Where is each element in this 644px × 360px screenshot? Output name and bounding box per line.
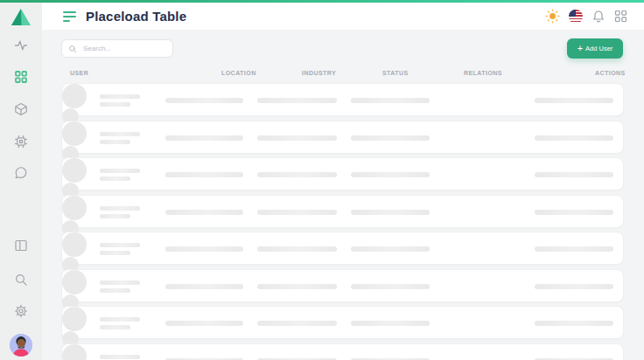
- table-row: [61, 232, 624, 265]
- language-selector-button[interactable]: [568, 9, 583, 24]
- theme-toggle-button[interactable]: [545, 9, 560, 24]
- search-icon: [68, 45, 77, 53]
- apps-grid-icon: [614, 10, 627, 23]
- industry-placeholder: [257, 284, 337, 289]
- triangle-logo-icon: [10, 7, 32, 28]
- location-placeholder: [165, 135, 243, 141]
- name-placeholder: [100, 243, 140, 247]
- top-navbar: Placeload Table: [42, 3, 644, 30]
- column-header-relations: RELATIONS: [464, 70, 502, 76]
- name-placeholder: [100, 132, 140, 136]
- sidebar-item-dashboard[interactable]: [14, 70, 28, 84]
- status-placeholder: [351, 246, 430, 252]
- status-placeholder: [351, 284, 430, 289]
- avatar-placeholder: [62, 121, 87, 146]
- status-placeholder: [351, 321, 430, 326]
- name-placeholder: [100, 94, 140, 99]
- dashboard-grid-icon: [14, 70, 28, 84]
- table-row: [61, 195, 624, 228]
- name-placeholder: [100, 355, 140, 359]
- table-row: [61, 157, 624, 190]
- subtitle-placeholder: [100, 251, 130, 255]
- location-placeholder: [165, 321, 243, 326]
- column-header-user: USER: [70, 70, 88, 76]
- actions-placeholder: [535, 321, 613, 326]
- chat-icon: [14, 166, 28, 180]
- avatar-placeholder: [62, 344, 87, 360]
- sidebar-item-components[interactable]: [14, 102, 28, 116]
- location-placeholder: [165, 98, 243, 103]
- location-placeholder: [165, 210, 243, 215]
- sidebar-item-messages[interactable]: [14, 166, 28, 180]
- menu-toggle-icon[interactable]: [63, 11, 76, 22]
- actions-placeholder: [535, 284, 613, 289]
- industry-placeholder: [257, 210, 337, 215]
- subtitle-placeholder: [100, 288, 130, 293]
- table-row: [61, 306, 624, 339]
- location-placeholder: [165, 284, 243, 289]
- actions-placeholder: [535, 246, 613, 252]
- industry-placeholder: [257, 98, 337, 103]
- industry-placeholder: [257, 172, 337, 177]
- table-row: [61, 343, 624, 360]
- avatar-placeholder: [62, 307, 87, 331]
- table-row: [61, 83, 624, 116]
- user-avatar[interactable]: [10, 334, 32, 357]
- search-icon: [14, 273, 28, 287]
- location-placeholder: [165, 246, 243, 252]
- layout-columns-icon: [14, 239, 28, 253]
- content-area: + Add User USER LOCATION INDUSTRY STATUS…: [42, 30, 644, 360]
- chip-icon: [14, 135, 28, 149]
- avatar-placeholder: [62, 270, 87, 294]
- actions-placeholder: [535, 172, 613, 177]
- search-box: [61, 39, 173, 58]
- bell-icon: [592, 10, 606, 24]
- avatar-placeholder: [62, 158, 87, 183]
- actions-placeholder: [535, 98, 613, 103]
- settings-gear-icon: [14, 304, 28, 318]
- sidebar-item-layout[interactable]: [14, 239, 28, 253]
- subtitle-placeholder: [100, 177, 130, 181]
- sidebar-item-search[interactable]: [14, 273, 28, 287]
- column-header-status: STATUS: [382, 70, 409, 76]
- app-logo[interactable]: [10, 7, 32, 28]
- table-body: [61, 83, 624, 360]
- avatar-placeholder: [62, 84, 87, 108]
- name-placeholder: [100, 169, 140, 173]
- subtitle-placeholder: [100, 325, 130, 329]
- industry-placeholder: [257, 135, 337, 141]
- sidebar-item-settings[interactable]: [14, 304, 28, 318]
- apps-menu-button[interactable]: [613, 9, 628, 24]
- sidebar-item-integrations[interactable]: [14, 135, 28, 149]
- table-row: [61, 269, 624, 302]
- plus-icon: +: [578, 44, 583, 53]
- status-placeholder: [351, 135, 430, 141]
- avatar-placeholder: [62, 232, 87, 257]
- header-actions: [545, 9, 628, 24]
- sun-icon: [545, 9, 560, 24]
- activity-icon: [14, 38, 28, 52]
- subtitle-placeholder: [100, 102, 130, 107]
- column-header-location: LOCATION: [221, 70, 256, 76]
- status-placeholder: [351, 172, 430, 177]
- subtitle-placeholder: [100, 214, 130, 218]
- location-placeholder: [165, 172, 243, 177]
- table-row: [61, 121, 624, 154]
- subtitle-placeholder: [100, 140, 130, 144]
- page-title: Placeload Table: [86, 9, 186, 24]
- cube-icon: [14, 102, 28, 116]
- add-user-button[interactable]: + Add User: [567, 38, 623, 59]
- actions-placeholder: [535, 135, 613, 141]
- avatar-placeholder: [62, 196, 87, 220]
- sidebar: [0, 0, 42, 360]
- top-accent-bar: [0, 0, 644, 3]
- sidebar-item-activity[interactable]: [14, 38, 28, 52]
- column-header-industry: INDUSTRY: [302, 70, 336, 76]
- name-placeholder: [100, 280, 140, 285]
- search-input[interactable]: [81, 44, 166, 53]
- notifications-button[interactable]: [591, 9, 606, 24]
- industry-placeholder: [257, 321, 337, 326]
- name-placeholder: [100, 206, 140, 211]
- industry-placeholder: [257, 246, 337, 252]
- actions-placeholder: [535, 210, 613, 215]
